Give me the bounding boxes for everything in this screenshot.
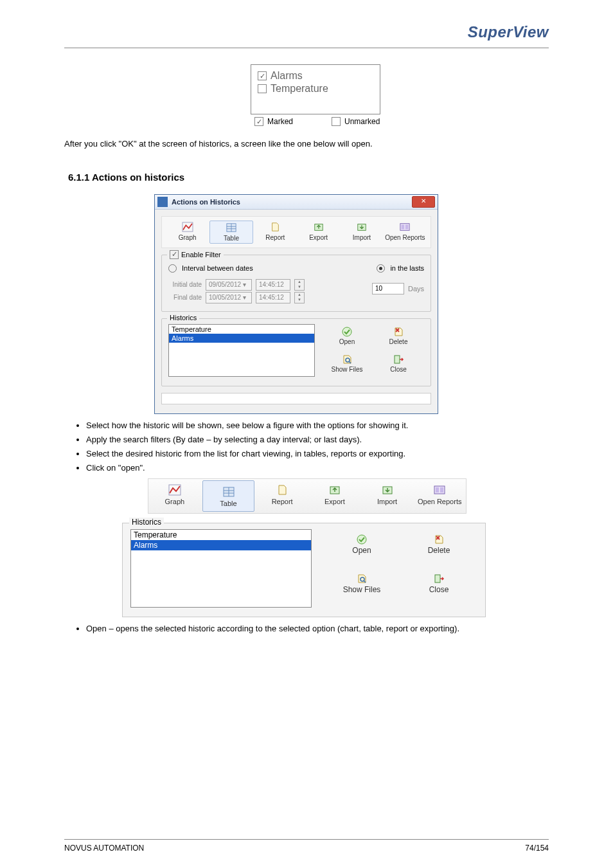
initial-time-field[interactable]: 14:45:12 (256, 279, 290, 291)
list-item[interactable]: Temperature (131, 530, 311, 540)
legend-unmarked-label: Unmarked (344, 117, 380, 126)
svg-rect-24 (436, 487, 439, 493)
paragraph: After you click "OK" at the screen of hi… (64, 139, 549, 150)
import-button[interactable]: Import (362, 479, 413, 513)
section-heading: 6.1.1 Actions on historics (68, 172, 549, 183)
enable-filter-label: Enable Filter (181, 251, 221, 258)
export-icon (328, 484, 341, 496)
magnifier-doc-icon (341, 354, 353, 365)
import-button[interactable]: Import (341, 221, 382, 244)
import-icon (356, 222, 368, 232)
export-button[interactable]: Export (309, 479, 360, 513)
open-reports-button[interactable]: Open Reports (414, 479, 465, 513)
toolbar-label: Open Reports (418, 498, 461, 505)
document-icon (269, 222, 281, 232)
graph-button[interactable]: Graph (166, 221, 208, 244)
button-label: Close (429, 585, 449, 594)
enable-filter-legend[interactable]: Enable Filter (167, 250, 224, 259)
svg-rect-31 (435, 575, 440, 583)
legend-item-alarms[interactable]: Alarms (258, 70, 373, 82)
historics-legend: Historics (167, 314, 199, 321)
final-date-label: Final date (168, 294, 202, 301)
toolbar-label: Import (377, 498, 397, 505)
report-button[interactable]: Report (256, 479, 308, 513)
magnifier-doc-icon (356, 574, 368, 584)
chart-icon (168, 484, 181, 496)
initial-date-field[interactable]: 09/05/2012 ▾ (206, 279, 252, 291)
toolbar-label: Table (224, 235, 239, 242)
interval-radio[interactable]: Interval between dates (168, 264, 253, 273)
in-lasts-radio[interactable]: in the lasts (377, 264, 424, 273)
checkbox-checked-icon[interactable] (170, 250, 179, 259)
delete-button[interactable]: Delete (400, 529, 477, 568)
ok-check-icon (341, 327, 353, 337)
close-button[interactable]: Close (373, 352, 424, 379)
final-date-field[interactable]: 10/05/2012 ▾ (206, 292, 252, 303)
button-label: Delete (428, 546, 450, 555)
final-time-field[interactable]: 14:45:12 (256, 292, 290, 303)
toolbar-label: Report (272, 498, 293, 505)
spinner-icon[interactable]: ▲▼ (294, 292, 305, 303)
toolbar-label: Table (220, 500, 236, 507)
export-button[interactable]: Export (298, 221, 339, 244)
chart-icon (182, 222, 193, 232)
radio-unselected-icon[interactable] (168, 264, 177, 273)
historics-legend: Historics (129, 518, 164, 527)
checkbox-checked-icon[interactable] (258, 71, 267, 80)
legend-box: Alarms Temperature (251, 64, 380, 114)
graph-button[interactable]: Graph (149, 479, 200, 513)
lasts-unit-label: Days (408, 285, 424, 293)
svg-rect-9 (405, 224, 408, 229)
legend-label: Alarms (271, 70, 303, 82)
open-button[interactable]: Open (321, 324, 373, 352)
close-button[interactable]: ✕ (412, 196, 435, 208)
close-button[interactable]: Close (400, 568, 477, 608)
footer-left: NOVUS AUTOMATION (64, 844, 144, 853)
legend-item-temperature[interactable]: Temperature (258, 83, 373, 95)
view-mode-toolbar: Graph Table Report Export Import Open Re… (148, 478, 466, 514)
list-item[interactable]: Alarms (131, 540, 311, 550)
report-button[interactable]: Report (254, 221, 296, 244)
table-icon (222, 486, 235, 498)
interval-label: Interval between dates (182, 264, 253, 272)
page-header: SuperView (468, 23, 549, 41)
legend-marked-label: Marked (267, 117, 293, 126)
legend-label: Temperature (271, 83, 328, 95)
open-reports-button[interactable]: Open Reports (384, 221, 426, 244)
dialog-titlebar[interactable]: Actions on Historics ✕ (155, 195, 438, 210)
svg-point-26 (357, 535, 366, 544)
radio-selected-icon[interactable] (377, 264, 385, 273)
ok-check-icon (356, 534, 368, 545)
legend-footer: Marked Unmarked (254, 117, 549, 126)
delete-doc-icon (433, 534, 445, 545)
table-button[interactable]: Table (202, 480, 255, 512)
status-bar (161, 393, 431, 404)
lasts-value-field[interactable]: 10 (372, 283, 404, 294)
table-icon (226, 222, 237, 233)
open-button[interactable]: Open (323, 529, 400, 568)
import-icon (381, 484, 394, 496)
dialog-toolbar: Graph Table Report Export (161, 216, 431, 248)
list-item[interactable]: Alarms (169, 334, 314, 343)
svg-rect-25 (440, 487, 443, 493)
historics-listbox[interactable]: Temperature Alarms (168, 324, 315, 377)
toolbar-label: Import (353, 234, 371, 241)
show-files-button[interactable]: Show Files (321, 352, 373, 379)
button-label: Delete (389, 338, 408, 345)
bullet-item: Open – opens the selected historic accor… (86, 624, 549, 635)
open-reports-icon (399, 222, 411, 232)
actions-on-historics-dialog: Actions on Historics ✕ Graph Table Repo (154, 194, 438, 414)
bullet-item: Apply the search filters (By date – by s… (86, 435, 549, 446)
list-item[interactable]: Temperature (169, 325, 314, 334)
footer-right: 74/154 (525, 844, 549, 853)
brand-logo: SuperView (468, 23, 549, 41)
historics-listbox[interactable]: Temperature Alarms (130, 529, 312, 608)
checkbox-unchecked-icon[interactable] (258, 84, 267, 93)
table-button[interactable]: Table (209, 221, 253, 244)
button-label: Open (339, 338, 355, 345)
delete-button[interactable]: Delete (373, 324, 424, 352)
svg-point-10 (342, 327, 351, 336)
show-files-button[interactable]: Show Files (323, 568, 400, 608)
spinner-icon[interactable]: ▲▼ (294, 279, 305, 291)
dialog-title: Actions on Historics (172, 198, 412, 206)
